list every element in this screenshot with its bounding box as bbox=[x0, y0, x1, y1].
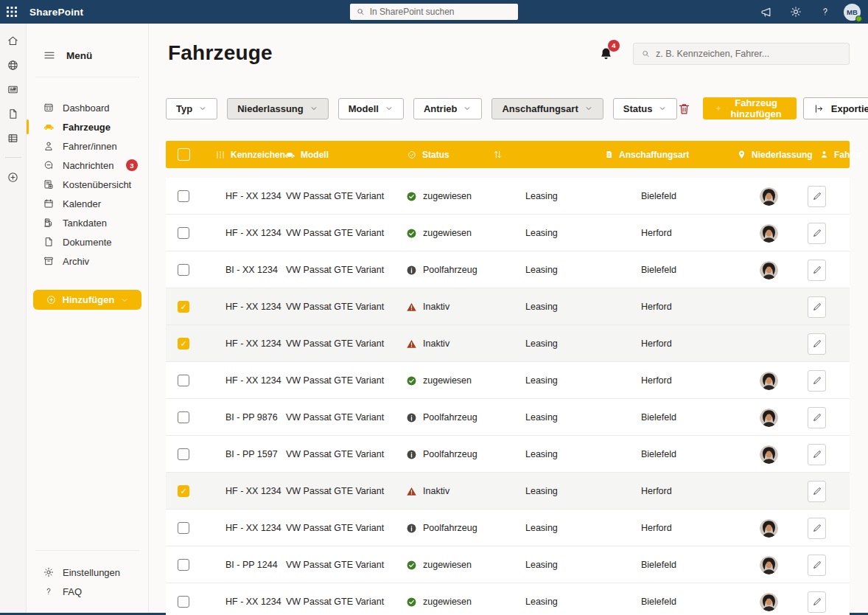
edit-row-button[interactable] bbox=[808, 333, 826, 355]
table-row[interactable]: HF - XX 1234 VW Passat GTE Variant zugew… bbox=[166, 215, 850, 251]
table-row[interactable]: HF - XX 1234 VW Passat GTE Variant Inakt… bbox=[166, 288, 850, 325]
row-checkbox[interactable] bbox=[178, 301, 189, 313]
col-niederlassung[interactable]: Niederlassung bbox=[752, 150, 813, 160]
cell-status: Poolfahrzeug bbox=[406, 510, 477, 546]
suite-app-name[interactable]: SharePoint bbox=[29, 7, 83, 18]
select-all-checkbox[interactable] bbox=[178, 148, 190, 161]
driver-avatar[interactable] bbox=[760, 261, 778, 279]
driver-avatar[interactable] bbox=[760, 224, 778, 243]
row-checkbox[interactable] bbox=[178, 338, 189, 350]
sidebar-item-settings[interactable]: Einstellungen bbox=[27, 563, 148, 582]
filter-dropdown[interactable]: Niederlassung bbox=[227, 98, 329, 119]
sidebar-item[interactable]: Fahrzeuge bbox=[27, 117, 148, 136]
globe-icon[interactable] bbox=[4, 58, 22, 72]
filter-dropdown[interactable]: Status bbox=[613, 98, 678, 119]
home-icon[interactable] bbox=[4, 34, 22, 47]
notifications-button[interactable]: 4 bbox=[598, 46, 614, 62]
edit-row-button[interactable] bbox=[808, 407, 826, 428]
app-launcher-icon[interactable] bbox=[0, 0, 24, 24]
table-row[interactable]: HF - XX 1234 VW Passat GTE Variant zugew… bbox=[166, 583, 850, 615]
announcements-icon[interactable] bbox=[755, 1, 777, 23]
driver-avatar[interactable] bbox=[760, 372, 778, 390]
sidebar-item[interactable]: Tankdaten bbox=[27, 213, 148, 232]
row-checkbox[interactable] bbox=[178, 448, 189, 460]
table-row[interactable]: HF - XX 1234 VW Passat GTE Variant zugew… bbox=[166, 178, 850, 215]
edit-row-button[interactable] bbox=[808, 555, 826, 576]
sidebar-item[interactable]: Kalender bbox=[27, 194, 148, 213]
row-checkbox[interactable] bbox=[178, 522, 189, 534]
driver-avatar[interactable] bbox=[760, 556, 778, 574]
row-checkbox[interactable] bbox=[178, 190, 189, 202]
avatar-initials: MB bbox=[847, 8, 858, 16]
page-title: Fahrzeuge bbox=[168, 41, 273, 65]
suite-search[interactable] bbox=[350, 4, 518, 20]
menu-toggle-icon[interactable] bbox=[43, 49, 56, 62]
driver-avatar[interactable] bbox=[760, 409, 778, 427]
sidebar-item[interactable]: Dashboard bbox=[27, 98, 148, 117]
suite-search-input[interactable] bbox=[370, 7, 512, 17]
news-icon[interactable] bbox=[4, 83, 22, 96]
col-fahrer[interactable]: Fahrer bbox=[834, 150, 861, 160]
filter-dropdown[interactable]: Anschaffungsart bbox=[491, 98, 603, 119]
row-checkbox[interactable] bbox=[178, 596, 189, 608]
export-button[interactable]: Exportieren bbox=[803, 97, 868, 119]
account-avatar[interactable]: MB bbox=[844, 4, 861, 21]
row-checkbox[interactable] bbox=[178, 485, 189, 497]
edit-row-button[interactable] bbox=[808, 481, 826, 502]
driver-avatar[interactable] bbox=[760, 445, 778, 464]
row-checkbox[interactable] bbox=[178, 559, 189, 571]
edit-row-button[interactable] bbox=[808, 444, 826, 465]
edit-row-button[interactable] bbox=[808, 260, 826, 281]
table-row[interactable]: BI - PP 1597 VW Passat GTE Variant Poolf… bbox=[166, 436, 850, 473]
col-anschaffungsart[interactable]: Anschaffungsart bbox=[619, 150, 689, 160]
col-kennzeichen[interactable]: Kennzeichen bbox=[231, 150, 285, 160]
pencil-icon bbox=[812, 449, 822, 459]
sidebar-item[interactable]: Archiv bbox=[27, 251, 148, 271]
sidebar-item[interactable]: Nachrichten 3 bbox=[27, 156, 148, 175]
add-vehicle-button[interactable]: Fahrzeug hinzufügen bbox=[703, 97, 796, 119]
pencil-icon bbox=[812, 486, 822, 496]
sort-button[interactable] bbox=[492, 141, 503, 168]
edit-row-button[interactable] bbox=[808, 186, 826, 207]
vehicle-search-input[interactable] bbox=[656, 49, 841, 59]
chevron-down-icon bbox=[309, 104, 318, 113]
row-checkbox[interactable] bbox=[178, 411, 189, 423]
sidebar-item[interactable]: Dokumente bbox=[27, 232, 148, 251]
driver-avatar[interactable] bbox=[760, 593, 778, 611]
table-row[interactable]: HF - XX 1234 VW Passat GTE Variant zugew… bbox=[166, 362, 850, 399]
row-checkbox[interactable] bbox=[178, 375, 189, 386]
row-checkbox[interactable] bbox=[178, 227, 189, 239]
help-icon[interactable] bbox=[814, 1, 836, 23]
table-row[interactable]: HF - XX 1234 VW Passat GTE Variant Poolf… bbox=[166, 510, 850, 546]
edit-row-button[interactable] bbox=[808, 591, 826, 613]
table-row[interactable]: HF - XX 1234 VW Passat GTE Variant Inakt… bbox=[166, 473, 850, 510]
driver-avatar[interactable] bbox=[760, 187, 778, 206]
edit-row-button[interactable] bbox=[808, 518, 826, 539]
edit-row-button[interactable] bbox=[808, 223, 826, 244]
table-row[interactable]: BI - XX 1234 VW Passat GTE Variant Poolf… bbox=[166, 251, 850, 288]
document-icon[interactable] bbox=[4, 107, 22, 120]
col-status[interactable]: Status bbox=[422, 150, 449, 160]
delete-button[interactable] bbox=[677, 102, 691, 116]
lists-icon[interactable] bbox=[4, 131, 22, 145]
filter-dropdown[interactable]: Modell bbox=[338, 98, 404, 119]
col-modell[interactable]: Modell bbox=[301, 150, 329, 160]
filter-dropdown[interactable]: Antrieb bbox=[413, 98, 483, 119]
table-row[interactable]: BI - PP 9876 VW Passat GTE Variant Poolf… bbox=[166, 399, 850, 436]
driver-avatar[interactable] bbox=[760, 519, 778, 538]
sidebar-add-button[interactable]: Hinzufügen bbox=[33, 290, 141, 310]
sidebar-item-faq[interactable]: FAQ bbox=[27, 582, 148, 601]
edit-row-button[interactable] bbox=[808, 370, 826, 392]
settings-gear-icon[interactable] bbox=[785, 1, 807, 23]
table-row[interactable]: HF - XX 1234 VW Passat GTE Variant Inakt… bbox=[166, 325, 850, 362]
table-row[interactable]: BI - PP 1244 VW Passat GTE Variant zugew… bbox=[166, 546, 850, 583]
edit-row-button[interactable] bbox=[808, 296, 826, 318]
cell-edit bbox=[808, 288, 826, 325]
create-icon[interactable] bbox=[4, 170, 22, 184]
sidebar-item[interactable]: Fahrer/innen bbox=[27, 136, 148, 156]
vehicle-search[interactable] bbox=[633, 43, 850, 65]
sidebar-item[interactable]: Kostenübersicht bbox=[27, 175, 148, 194]
pencil-icon bbox=[812, 338, 822, 349]
filter-dropdown[interactable]: Typ bbox=[166, 98, 217, 119]
row-checkbox[interactable] bbox=[178, 264, 189, 276]
